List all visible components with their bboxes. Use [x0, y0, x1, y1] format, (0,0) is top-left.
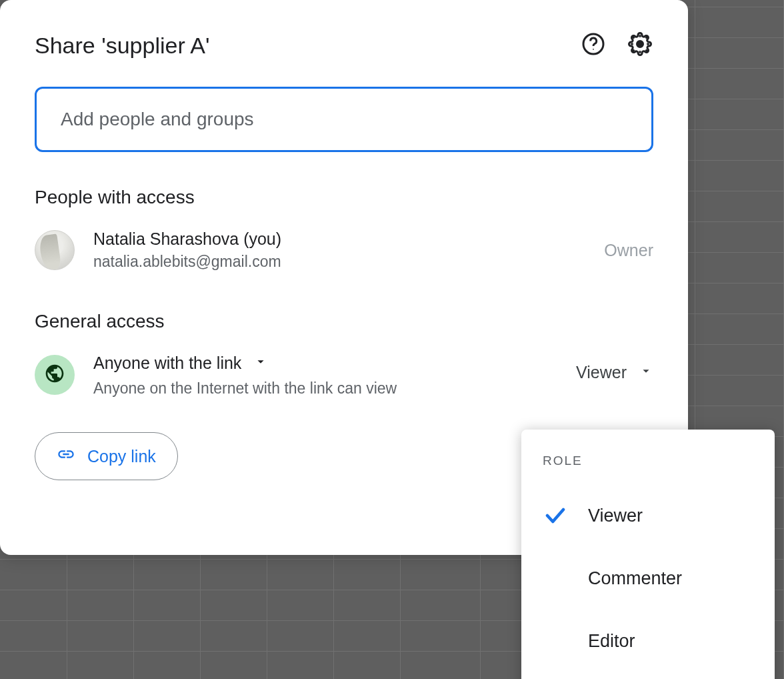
caret-down-icon	[639, 363, 653, 382]
access-scope-label: Anyone with the link	[93, 354, 241, 373]
dialog-title: Share 'supplier A'	[35, 33, 209, 59]
general-access-heading: General access	[35, 311, 653, 332]
role-option-viewer[interactable]: Viewer	[521, 484, 775, 547]
help-button[interactable]	[580, 32, 607, 59]
role-option-label: Commenter	[588, 568, 682, 589]
role-option-label: Viewer	[588, 506, 643, 526]
role-option-commenter[interactable]: Commenter	[521, 547, 775, 610]
check-icon	[543, 503, 568, 528]
owner-role-label: Owner	[604, 241, 653, 260]
help-icon	[581, 32, 605, 59]
people-with-access-heading: People with access	[35, 187, 653, 208]
check-placeholder	[543, 566, 568, 591]
caret-down-icon	[253, 354, 268, 373]
role-selector[interactable]: Viewer	[576, 354, 653, 382]
person-email: natalia.ablebits@gmail.com	[93, 253, 281, 271]
settings-button[interactable]	[627, 32, 653, 59]
add-people-input[interactable]	[35, 87, 653, 152]
access-scope-selector[interactable]: Anyone with the link	[93, 354, 397, 373]
globe-icon	[44, 363, 65, 387]
link-icon	[57, 445, 75, 468]
person-row: Natalia Sharashova (you) natalia.ablebit…	[35, 229, 653, 271]
role-selector-label: Viewer	[576, 363, 627, 382]
svg-point-1	[593, 49, 594, 50]
person-name: Natalia Sharashova (you)	[93, 229, 281, 249]
role-dropdown: ROLE Viewer Commenter Editor	[521, 430, 775, 679]
avatar	[35, 230, 75, 270]
role-option-editor[interactable]: Editor	[521, 610, 775, 672]
role-option-label: Editor	[588, 631, 635, 652]
check-placeholder	[543, 628, 568, 654]
copy-link-label: Copy link	[87, 447, 156, 466]
gear-icon	[628, 32, 652, 59]
globe-icon-circle	[35, 355, 75, 395]
svg-point-2	[637, 41, 643, 47]
access-description: Anyone on the Internet with the link can…	[93, 380, 397, 398]
copy-link-button[interactable]: Copy link	[35, 432, 178, 480]
role-dropdown-header: ROLE	[521, 448, 775, 484]
